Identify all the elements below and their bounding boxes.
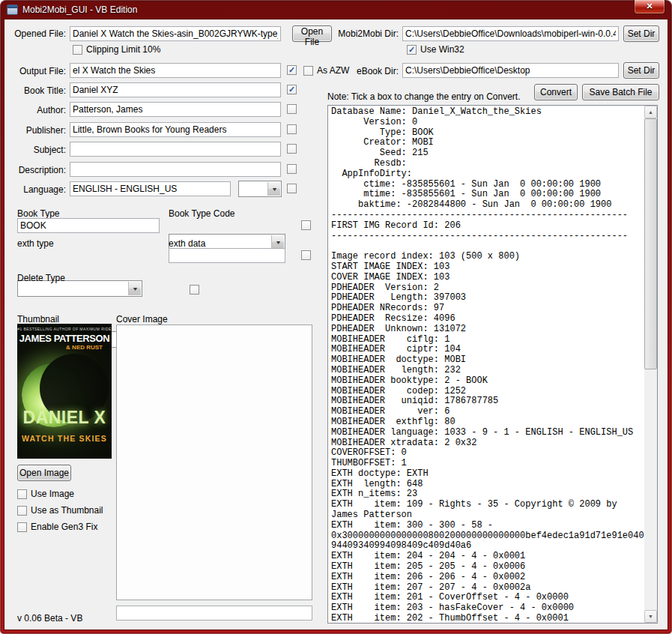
title-bar[interactable]: Mobi2Mobi_GUI - VB Edition ✕ <box>0 0 672 19</box>
use-image-label: Use Image <box>31 489 74 499</box>
book-type-label: Book Type <box>17 208 59 219</box>
publisher-label: Publisher: <box>4 125 66 136</box>
subject-checkbox[interactable] <box>287 144 297 154</box>
use-image-checkbox[interactable] <box>17 489 27 499</box>
form-body: Opened File: Open File Mobi2Mobi Dir: Se… <box>4 19 668 630</box>
version-label: v 0.06 Beta - VB <box>17 613 82 624</box>
use-image-row: Use Image <box>17 489 74 499</box>
use-as-thumbnail-label: Use as Thumbnail <box>31 505 103 516</box>
book-type-input[interactable] <box>17 218 160 233</box>
language-input[interactable] <box>70 181 231 196</box>
book-type-code-label: Book Type Code <box>169 208 235 219</box>
author-label: Author: <box>4 105 66 115</box>
cover-author: JAMES PATTERSON <box>17 333 112 344</box>
window-title: Mobi2Mobi_GUI - VB Edition <box>22 4 137 15</box>
book-title-checkbox[interactable]: ✓ <box>287 85 297 94</box>
delete-type-checkbox[interactable] <box>190 285 199 295</box>
open-file-button[interactable]: Open File <box>292 25 332 42</box>
as-azw-checkbox[interactable] <box>303 66 313 76</box>
scrollbar-track[interactable] <box>644 118 657 610</box>
subject-label: Subject: <box>4 145 66 155</box>
publisher-checkbox[interactable] <box>287 124 297 134</box>
book-title-label: Book Title: <box>4 85 66 96</box>
cover-subtitle: WATCH THE SKIES <box>17 434 112 443</box>
app-icon <box>7 4 18 15</box>
cover-title: DANIEL X <box>17 408 112 428</box>
output-console[interactable]: Database Name: Daniel_X_Watch_the_Skies … <box>327 105 658 624</box>
book-title-input[interactable] <box>70 82 281 97</box>
publisher-input[interactable] <box>70 122 281 137</box>
language-checkbox[interactable] <box>287 184 297 193</box>
save-batch-file-button[interactable]: Save Batch File <box>582 84 659 100</box>
ebook-dir-label: eBook Dir: <box>334 66 399 76</box>
use-win32-label: Use Win32 <box>420 44 464 55</box>
output-file-checkbox[interactable]: ✓ <box>287 65 297 75</box>
language-combo[interactable]: ▼ <box>238 181 282 197</box>
use-win32-checkbox[interactable]: ✓ <box>407 45 417 55</box>
author-checkbox[interactable] <box>287 104 297 114</box>
exth-data-checkbox[interactable] <box>301 250 311 260</box>
console-text: Database Name: Daniel_X_Watch_the_Skies … <box>328 106 644 623</box>
exth-data-input[interactable] <box>169 248 285 263</box>
opened-file-label: Opened File: <box>4 28 66 39</box>
description-checkbox[interactable] <box>287 164 297 174</box>
ebook-dir-input[interactable] <box>402 63 619 78</box>
delete-type-label: Delete Type <box>17 273 65 283</box>
close-icon: ✕ <box>646 1 653 10</box>
scroll-down-button[interactable]: ▼ <box>644 610 657 623</box>
cover-image-label: Cover Image <box>116 314 168 324</box>
use-as-thumbnail-checkbox[interactable] <box>17 506 27 516</box>
app-window: Mobi2Mobi_GUI - VB Edition ✕ Opened File… <box>0 0 672 634</box>
mobi-dir-input[interactable] <box>402 26 619 41</box>
bottom-field-input[interactable] <box>116 606 312 621</box>
clipping-limit-label: Clipping Limit 10% <box>86 44 160 55</box>
scrollbar-thumb[interactable] <box>644 118 657 369</box>
console-scrollbar[interactable]: ▲ ▼ <box>644 106 657 623</box>
enable-gen3-fix-row: Enable Gen3 Fix <box>17 522 97 532</box>
cover-tagline: #1 BESTSELLING AUTHOR OF MAXIMUM RIDE <box>17 327 112 331</box>
mobi-dir-set-button[interactable]: Set Dir <box>623 25 659 42</box>
scroll-up-icon: ▲ <box>648 109 653 115</box>
close-button[interactable]: ✕ <box>634 0 665 14</box>
mobi-dir-label: Mobi2Mobi Dir: <box>334 28 399 39</box>
chevron-down-icon: ▼ <box>267 182 280 196</box>
chevron-down-icon: ▼ <box>271 235 284 249</box>
scroll-down-icon: ▼ <box>648 614 653 619</box>
use-win32-row: ✓ Use Win32 <box>407 44 464 55</box>
output-file-label: Output File: <box>4 66 66 76</box>
cover-image-panel <box>116 324 312 600</box>
thumbnail-label: Thumbnail <box>17 314 59 324</box>
subject-input[interactable] <box>70 142 281 157</box>
exth-type-label: exth type <box>17 238 54 249</box>
enable-gen3-fix-label: Enable Gen3 Fix <box>31 522 97 532</box>
enable-gen3-fix-checkbox[interactable] <box>17 522 27 532</box>
convert-button[interactable]: Convert <box>534 84 578 100</box>
cover-coauthor: & NED RUST <box>66 344 103 351</box>
clipping-limit-row: Clipping Limit 10% <box>73 44 160 55</box>
use-as-thumbnail-row: Use as Thumbnail <box>17 505 103 516</box>
book-type-code-checkbox[interactable] <box>301 220 311 230</box>
opened-file-input[interactable] <box>70 26 281 41</box>
description-label: Description: <box>4 165 66 175</box>
thumbnail-image: #1 BESTSELLING AUTHOR OF MAXIMUM RIDE JA… <box>17 324 112 459</box>
clipping-limit-checkbox[interactable] <box>73 45 82 55</box>
chevron-down-icon: ▼ <box>128 282 141 295</box>
language-label: Language: <box>4 184 66 195</box>
description-input[interactable] <box>70 162 281 177</box>
output-file-input[interactable] <box>70 63 281 78</box>
open-image-button[interactable]: Open Image <box>17 465 71 481</box>
scroll-up-button[interactable]: ▲ <box>644 106 657 118</box>
author-input[interactable] <box>70 102 281 117</box>
ebook-dir-set-button[interactable]: Set Dir <box>623 62 659 79</box>
exth-data-label: exth data <box>169 238 205 249</box>
note-text: Note: Tick a box to change the entry on … <box>327 91 520 102</box>
